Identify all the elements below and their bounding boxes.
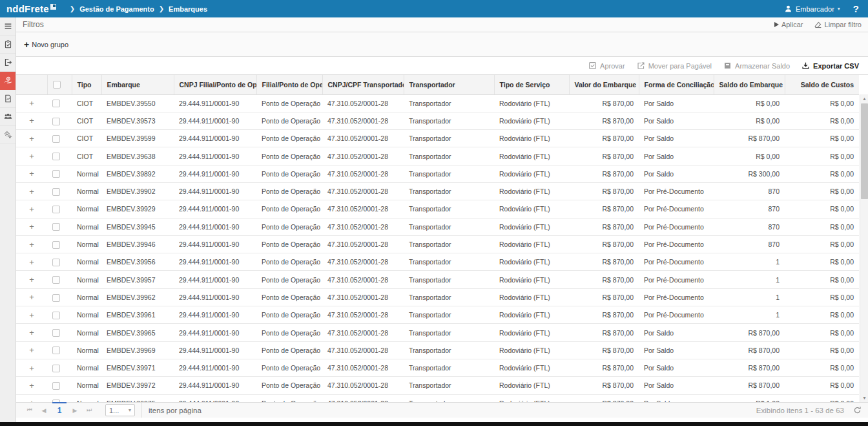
cell-tipo_servico: Rodoviário (FTL) <box>494 112 569 129</box>
sidebar-item-contratos[interactable] <box>0 36 16 54</box>
cell-tipo: Normal <box>72 341 101 359</box>
page-size-select[interactable]: 1... ▾ <box>105 404 135 416</box>
payment-hand-coin-icon <box>4 76 12 85</box>
new-group-button[interactable]: + Novo grupo <box>24 39 68 50</box>
approve-button[interactable]: Aprovar <box>588 61 625 70</box>
header-transportador[interactable]: Transportador <box>404 75 494 94</box>
expand-row-button[interactable]: + <box>29 398 34 402</box>
header-embarque[interactable]: Embarque <box>101 75 174 94</box>
user-menu-button[interactable]: Embarcador ▾ <box>784 5 840 13</box>
expand-row-button[interactable]: + <box>29 345 34 355</box>
sidebar-item-documentos[interactable] <box>0 90 16 108</box>
scroll-up-arrow-icon[interactable]: ▲ <box>860 94 868 103</box>
header-tipo[interactable]: Tipo <box>72 75 101 94</box>
header-cnpj-transportador[interactable]: CNPJ/CPF Transportador <box>322 75 404 94</box>
cell-valor: R$ 870,00 <box>569 147 639 165</box>
row-checkbox[interactable] <box>52 153 60 160</box>
expand-row-button[interactable]: + <box>29 328 34 337</box>
row-checkbox[interactable] <box>52 276 60 284</box>
last-page-button[interactable]: ⏭ <box>82 407 96 414</box>
cell-valor: R$ 870,00 <box>569 165 639 182</box>
select-all-checkbox[interactable] <box>53 81 61 89</box>
expand-row-button[interactable]: + <box>29 240 34 250</box>
cell-cnpj_transportador: 47.310.052/0001-28 <box>322 182 404 200</box>
row-checkbox[interactable] <box>52 223 60 231</box>
expand-row-button[interactable]: + <box>29 363 34 373</box>
move-to-payable-button[interactable]: Mover para Pagável <box>637 61 712 70</box>
expand-row-button[interactable]: + <box>29 310 34 320</box>
row-checkbox[interactable] <box>52 382 60 390</box>
row-checkbox[interactable] <box>52 365 60 372</box>
header-saldo-custos[interactable]: Saldo de Custos <box>785 75 859 94</box>
row-checkbox[interactable] <box>52 188 60 196</box>
expand-row-button[interactable]: + <box>29 116 34 125</box>
scrollbar-thumb[interactable] <box>861 103 868 199</box>
row-checkbox[interactable] <box>52 241 60 249</box>
vertical-scrollbar[interactable]: ▲ ▼ <box>860 94 868 402</box>
filters-title: Filtros <box>23 20 44 29</box>
sidebar-item-gestao-pagamento[interactable] <box>0 72 16 90</box>
prev-page-button[interactable]: ◀ <box>37 407 51 414</box>
clear-filter-button[interactable]: Limpar filtro <box>814 21 862 29</box>
logo-mark-icon <box>50 4 56 10</box>
cell-tipo_servico: Rodoviário (FTL) <box>494 200 569 218</box>
cell-conciliacao: Por Saldo <box>639 165 714 182</box>
header-tipo-servico[interactable]: Tipo de Serviço <box>494 75 569 94</box>
row-checkbox[interactable] <box>52 346 60 354</box>
help-button[interactable]: ? <box>849 3 863 14</box>
row-checkbox[interactable] <box>52 312 60 319</box>
store-balance-button[interactable]: Armazenar Saldo <box>723 61 790 70</box>
export-csv-button[interactable]: Exportar CSV <box>801 61 859 70</box>
row-checkbox[interactable] <box>52 294 60 302</box>
cell-valor: R$ 870,00 <box>569 341 639 359</box>
next-page-button[interactable]: ▶ <box>68 407 82 414</box>
cell-conciliacao: Por Pré-Documento <box>639 271 714 288</box>
expand-row-button[interactable]: + <box>29 98 34 108</box>
cell-saldo_custos: R$ 0,00 <box>785 394 859 402</box>
expand-row-button[interactable]: + <box>29 381 34 390</box>
sidebar-item-saida[interactable] <box>0 54 16 72</box>
header-forma-conciliacao[interactable]: Forma de Conciliação <box>639 75 714 94</box>
scroll-down-arrow-icon[interactable]: ▼ <box>860 394 868 402</box>
refresh-icon[interactable] <box>853 406 862 414</box>
breadcrumb-gestao-de-pagamento[interactable]: Gestão de Pagamento <box>79 5 154 13</box>
sidebar-menu-toggle[interactable] <box>0 17 16 36</box>
sidebar-item-configuracoes[interactable] <box>0 126 16 144</box>
cell-filial: Ponto de Operação <box>256 218 322 235</box>
row-checkbox[interactable] <box>52 170 60 178</box>
expand-row-button[interactable]: + <box>29 187 34 197</box>
row-checkbox[interactable] <box>52 206 60 213</box>
sidebar-item-usuarios[interactable] <box>0 108 16 126</box>
expand-row-button[interactable]: + <box>29 151 34 161</box>
expand-row-button[interactable]: + <box>29 292 34 302</box>
expand-row-button[interactable]: + <box>29 134 34 144</box>
row-checkbox[interactable] <box>52 100 60 107</box>
header-valor-embarque[interactable]: Valor do Embarque <box>569 75 639 94</box>
expand-row-button[interactable]: + <box>29 222 34 231</box>
cell-saldo_custos: R$ 0,00 <box>785 182 859 200</box>
breadcrumb-embarques[interactable]: Embarques <box>169 5 207 13</box>
cell-transportador: Transportador <box>404 271 494 288</box>
row-checkbox[interactable] <box>52 118 60 125</box>
cell-tipo_servico: Rodoviário (FTL) <box>494 359 569 376</box>
page-number-button[interactable]: 1 <box>51 406 68 415</box>
apply-filter-label: Aplicar <box>781 21 803 28</box>
table-row: +NormalEMBDEV.3994529.444.911/0001-90Pon… <box>16 218 859 235</box>
first-page-button[interactable]: ⏮ <box>23 407 37 414</box>
cell-filial: Ponto de Operação <box>256 359 322 376</box>
cell-cnpj_filial: 29.444.911/0001-90 <box>174 165 256 182</box>
row-checkbox[interactable] <box>52 259 60 266</box>
expand-row-button[interactable]: + <box>29 275 34 284</box>
row-checkbox[interactable] <box>52 329 60 337</box>
expand-row-button[interactable]: + <box>29 257 34 267</box>
cell-cnpj_filial: 29.444.911/0001-90 <box>174 324 256 341</box>
cell-saldo_custos: R$ 0,00 <box>785 341 859 359</box>
header-filial[interactable]: Filial/Ponto de Operação <box>256 75 322 94</box>
row-checkbox[interactable] <box>52 135 60 143</box>
header-saldo-embarque[interactable]: Saldo do Embarque <box>714 75 785 94</box>
apply-filter-button[interactable]: Aplicar <box>774 21 803 29</box>
cell-saldo_custos: R$ 0,00 <box>785 288 859 306</box>
expand-row-button[interactable]: + <box>29 204 34 214</box>
header-cnpj-filial[interactable]: CNPJ Filial/Ponto de Operação <box>174 75 256 94</box>
expand-row-button[interactable]: + <box>29 169 34 178</box>
